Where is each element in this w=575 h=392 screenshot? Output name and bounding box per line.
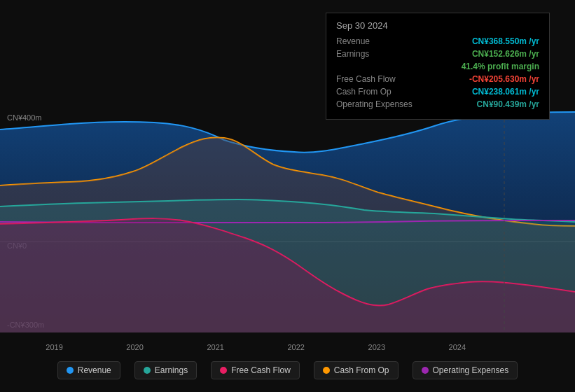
legend-earnings-label: Earnings	[155, 365, 188, 375]
tooltip-earnings-label: Earnings	[336, 49, 420, 59]
legend-earnings[interactable]: Earnings	[134, 361, 197, 379]
legend-opex[interactable]: Operating Expenses	[413, 361, 518, 379]
tooltip-earnings-value: CN¥152.626m /yr	[472, 49, 539, 59]
legend-fcf-dot	[220, 367, 227, 374]
legend-cashfromop-label: Cash From Op	[334, 365, 389, 375]
legend-revenue-dot	[67, 367, 74, 374]
tooltip-revenue-row: Revenue CN¥368.550m /yr	[336, 36, 539, 46]
tooltip-revenue-value: CN¥368.550m /yr	[472, 36, 539, 46]
legend-opex-dot	[422, 367, 429, 374]
tooltip-date: Sep 30 2024	[336, 20, 539, 31]
x-label-2024: 2024	[449, 343, 466, 351]
legend-opex-label: Operating Expenses	[433, 365, 509, 375]
chart-container: Sep 30 2024 Revenue CN¥368.550m /yr Earn…	[0, 0, 575, 392]
x-label-2022: 2022	[287, 343, 304, 351]
legend-cashfromop[interactable]: Cash From Op	[314, 361, 399, 379]
tooltip-opex-label: Operating Expenses	[336, 99, 420, 109]
tooltip-opex-row: Operating Expenses CN¥90.439m /yr	[336, 99, 539, 109]
tooltip-revenue-label: Revenue	[336, 36, 420, 46]
x-label-2019: 2019	[46, 343, 62, 351]
tooltip-fcf-value: -CN¥205.630m /yr	[469, 74, 539, 84]
tooltip-margin-row: 41.4% profit margin	[336, 62, 539, 71]
tooltip-cashfromop-label: Cash From Op	[336, 87, 420, 97]
legend: Revenue Earnings Free Cash Flow Cash Fro…	[0, 361, 575, 379]
tooltip-earnings-row: Earnings CN¥152.626m /yr	[336, 49, 539, 59]
tooltip-cashfromop-row: Cash From Op CN¥238.061m /yr	[336, 87, 539, 97]
tooltip-box: Sep 30 2024 Revenue CN¥368.550m /yr Earn…	[326, 13, 550, 120]
x-axis: 2019 2020 2021 2022 2023 2024	[0, 343, 575, 351]
legend-revenue-label: Revenue	[78, 365, 111, 375]
x-label-2023: 2023	[368, 343, 385, 351]
x-label-2021: 2021	[207, 343, 223, 351]
tooltip-cashfromop-value: CN¥238.061m /yr	[472, 87, 539, 97]
tooltip-opex-value: CN¥90.439m /yr	[477, 99, 539, 109]
tooltip-fcf-label: Free Cash Flow	[336, 74, 420, 84]
x-label-2020: 2020	[126, 343, 143, 351]
legend-earnings-dot	[144, 367, 151, 374]
tooltip-fcf-row: Free Cash Flow -CN¥205.630m /yr	[336, 74, 539, 84]
legend-cashfromop-dot	[323, 367, 330, 374]
legend-fcf[interactable]: Free Cash Flow	[211, 361, 300, 379]
chart-svg	[0, 108, 575, 332]
legend-revenue[interactable]: Revenue	[57, 361, 120, 379]
legend-fcf-label: Free Cash Flow	[231, 365, 291, 375]
tooltip-margin-value: 41.4% profit margin	[462, 62, 539, 71]
